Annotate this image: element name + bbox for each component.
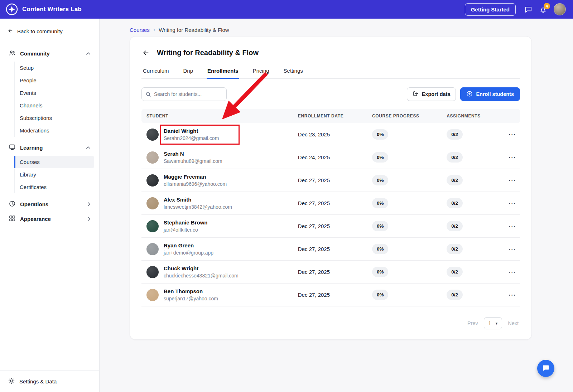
row-actions-button[interactable]: ⋯ <box>506 290 518 300</box>
enroll-students-label: Enroll students <box>476 91 514 97</box>
course-back-button[interactable] <box>141 49 150 57</box>
header-enrollment-date: ENROLLMENT DATE <box>293 113 367 118</box>
table-header-row: STUDENT ENROLLMENT DATE COURSE PROGRESS … <box>141 109 520 123</box>
assignments-badge: 0/2 <box>447 221 463 231</box>
settings-and-data-label: Settings & Data <box>19 378 57 384</box>
page-select[interactable]: 1 ▾ <box>484 317 502 329</box>
row-actions-button[interactable]: ⋯ <box>506 175 518 185</box>
tab-pricing[interactable]: Pricing <box>252 68 270 78</box>
next-page-button[interactable]: Next <box>508 320 519 326</box>
row-actions-button[interactable]: ⋯ <box>506 152 518 163</box>
student-email: jan@offkilter.co <box>164 227 208 233</box>
tab-settings[interactable]: Settings <box>283 68 304 78</box>
student-info: Chuck Wright chuckiechesse43821@gmail.co… <box>164 265 239 279</box>
community-sub-list: Setup People Events Channels Subscriptio… <box>14 62 94 137</box>
sidebar-nav: Community Setup People Events Channels S… <box>0 38 99 371</box>
tab-curriculum[interactable]: Curriculum <box>142 68 170 78</box>
progress-badge: 0% <box>372 267 389 277</box>
search-icon <box>145 91 151 98</box>
getting-started-button[interactable]: Getting Started <box>465 3 516 16</box>
appearance-section-label: Appearance <box>20 216 51 222</box>
chat-launcher-button[interactable] <box>537 360 554 377</box>
back-to-community-link[interactable]: Back to community <box>7 28 92 35</box>
sidebar-item-certificates[interactable]: Certificates <box>15 181 94 193</box>
row-actions-button[interactable]: ⋯ <box>506 129 518 140</box>
student-name: Ryan Green <box>164 242 213 249</box>
table-row[interactable]: Serah N Sawamuhu89@gmail.com Dec 24, 202… <box>141 146 520 169</box>
enrollment-date: Dec 27, 2025 <box>293 200 367 206</box>
enrollments-table: STUDENT ENROLLMENT DATE COURSE PROGRESS … <box>141 109 520 306</box>
student-info: Maggie Freeman ellismania9696@yahoo.com <box>164 173 227 187</box>
table-row[interactable]: Chuck Wright chuckiechesse43821@gmail.co… <box>141 261 520 284</box>
sidebar-section-appearance[interactable]: Appearance <box>5 212 94 226</box>
student-email: chuckiechesse43821@gmail.com <box>164 272 239 279</box>
chat-bubble-icon <box>541 364 550 373</box>
sidebar-item-library[interactable]: Library <box>15 168 94 181</box>
sidebar-item-moderations[interactable]: Moderations <box>15 124 94 137</box>
chevron-up-icon <box>86 52 91 55</box>
community-section-label: Community <box>20 50 50 57</box>
header-student: STUDENT <box>141 113 293 118</box>
progress-badge: 0% <box>372 221 389 231</box>
appearance-icon <box>9 215 16 223</box>
caret-down-icon: ▾ <box>496 321 498 326</box>
user-avatar[interactable] <box>554 3 566 15</box>
chevron-up-icon <box>86 146 91 149</box>
table-row[interactable]: Maggie Freeman ellismania9696@yahoo.com … <box>141 169 520 192</box>
course-card: Writing for Readability & Flow Curriculu… <box>130 36 532 340</box>
tab-enrollments[interactable]: Enrollments <box>207 68 239 78</box>
table-row[interactable]: Alex Smith limesweetjm3842@yahoo.com Dec… <box>141 192 520 215</box>
row-avatar <box>146 174 159 187</box>
sidebar-item-setup[interactable]: Setup <box>15 62 94 74</box>
export-icon <box>413 91 419 98</box>
chevron-right-icon <box>87 217 91 221</box>
table-row[interactable]: Stephanie Brown jan@offkilter.co Dec 27,… <box>141 215 520 238</box>
sidebar-item-subscriptions[interactable]: Subscriptions <box>15 112 94 124</box>
table-row[interactable]: Ryan Green jan+demo@group.app Dec 27, 20… <box>141 238 520 261</box>
breadcrumb-courses-link[interactable]: Courses <box>130 27 150 33</box>
sidebar-section-learning[interactable]: Learning <box>5 140 94 155</box>
progress-badge: 0% <box>372 290 389 300</box>
topbar-brand-group: Content Writers Lab <box>6 3 82 15</box>
back-arrow-icon <box>7 28 14 35</box>
row-actions-button[interactable]: ⋯ <box>506 198 518 208</box>
messages-icon[interactable] <box>524 5 533 14</box>
student-info: Stephanie Brown jan@offkilter.co <box>164 219 208 233</box>
sidebar-item-channels[interactable]: Channels <box>15 99 94 112</box>
sidebar-section-community[interactable]: Community <box>5 46 94 61</box>
student-name: Serah N <box>164 150 222 158</box>
learning-section-label: Learning <box>20 145 43 151</box>
settings-and-data-link[interactable]: Settings & Data <box>8 377 91 386</box>
student-email: jan+demo@group.app <box>164 250 213 256</box>
student-email: superjan17@yahoo.com <box>164 295 218 302</box>
row-avatar <box>146 266 159 278</box>
student-info: Daniel Wright Serahn2024@gmail.com <box>164 127 219 141</box>
row-actions-button[interactable]: ⋯ <box>506 244 518 254</box>
learning-icon <box>9 144 16 152</box>
enroll-students-button[interactable]: Enroll students <box>460 87 520 101</box>
row-actions-button[interactable]: ⋯ <box>506 221 518 231</box>
notifications-icon[interactable]: 4 <box>539 5 547 14</box>
sidebar-item-events[interactable]: Events <box>15 87 94 99</box>
page-number: 1 <box>488 320 491 326</box>
logo-icon[interactable] <box>6 3 18 15</box>
table-row[interactable]: Ben Thompson superjan17@yahoo.com Dec 27… <box>141 284 520 306</box>
row-actions-button[interactable]: ⋯ <box>506 267 518 277</box>
row-avatar <box>146 151 159 164</box>
table-row[interactable]: Daniel Wright Serahn2024@gmail.com Dec 2… <box>141 123 520 146</box>
progress-badge: 0% <box>372 129 389 140</box>
search-input[interactable] <box>141 87 227 101</box>
sidebar-section-operations[interactable]: Operations <box>5 197 94 212</box>
assignments-badge: 0/2 <box>447 198 463 208</box>
sidebar-item-courses[interactable]: Courses <box>15 156 94 168</box>
row-avatar <box>146 243 159 255</box>
course-title: Writing for Readability & Flow <box>157 49 259 57</box>
sidebar-item-people[interactable]: People <box>15 74 94 87</box>
export-data-button[interactable]: Export data <box>407 87 456 101</box>
student-email: Serahn2024@gmail.com <box>164 135 219 141</box>
prev-page-button[interactable]: Prev <box>467 320 478 326</box>
community-icon <box>9 49 16 58</box>
header-assignments: ASSIGNMENTS <box>442 113 500 118</box>
tab-drip[interactable]: Drip <box>183 68 194 78</box>
progress-badge: 0% <box>372 152 389 163</box>
